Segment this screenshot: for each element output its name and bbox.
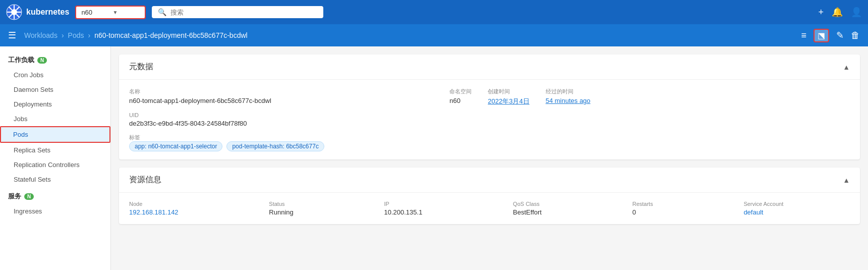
meta-elapsed-value[interactable]: 54 minutes ago	[546, 97, 850, 104]
resource-node: Node 192.168.181.142	[129, 201, 245, 216]
breadcrumb-current: n60-tomcat-app1-deployment-6bc58c677c-bc…	[94, 31, 248, 39]
logo-area: kubernetes	[6, 4, 69, 20]
meta-elapsed: 经过的时间 54 minutes ago	[546, 88, 850, 104]
chevron-down-icon: ▼	[112, 10, 140, 15]
sidebar-item-pods[interactable]: Pods	[0, 126, 110, 143]
meta-uid-value: de2b3f3c-e9bd-4f35-8043-24584bf78f80	[129, 120, 247, 127]
resource-qos: QoS Class BestEffort	[513, 201, 608, 216]
sidebar-section-workloads: 工作负载 N	[0, 50, 110, 68]
resource-ip-value: 10.200.135.1	[384, 208, 489, 216]
resource-status: Status Running	[269, 201, 360, 216]
meta-namespace: 命名空间 n60	[449, 88, 472, 104]
user-icon[interactable]: 👤	[851, 7, 862, 18]
meta-created-value[interactable]: 2022年3月4日	[488, 97, 529, 106]
workloads-badge: N	[37, 57, 47, 64]
resource-restarts-label: Restarts	[632, 201, 720, 207]
breadcrumb-sep-2: ›	[88, 31, 90, 39]
resource-service-account: Service Account default	[743, 201, 850, 216]
resource-service-account-value[interactable]: default	[743, 208, 850, 216]
metadata-collapse-icon[interactable]: ▲	[843, 63, 850, 71]
metadata-grid: 名称 n60-tomcat-app1-deployment-6bc58c677c…	[129, 88, 850, 106]
breadcrumb-workloads[interactable]: Workloads	[24, 31, 57, 39]
sidebar-item-stateful-sets[interactable]: Stateful Sets	[0, 172, 110, 187]
resource-grid: Node 192.168.181.142 Status Running IP 1…	[129, 201, 850, 216]
top-navbar: kubernetes n60 ▼ 🔍 + 🔔 👤	[0, 0, 868, 24]
label-chip-0: app: n60-tomcat-app1-selector	[129, 141, 222, 151]
meta-name-label: 名称	[129, 88, 433, 95]
meta-created-label: 创建时间	[488, 88, 529, 95]
resource-card-title: 资源信息	[129, 175, 161, 185]
metadata-card-header: 元数据 ▲	[119, 55, 860, 80]
metadata-card-title: 元数据	[129, 62, 153, 72]
sidebar-item-daemon-sets[interactable]: Daemon Sets	[0, 82, 110, 97]
svg-point-1	[11, 9, 17, 15]
namespace-value: n60	[81, 9, 108, 16]
namespace-selector[interactable]: n60 ▼	[75, 6, 146, 19]
sidebar: 工作负载 N Cron Jobs Daemon Sets Deployments…	[0, 46, 111, 270]
logo-text: kubernetes	[26, 8, 69, 17]
navbar-actions: + 🔔 👤	[818, 7, 862, 18]
meta-uid-label: UID	[129, 112, 247, 118]
meta-uid: UID de2b3f3c-e9bd-4f35-8043-24584bf78f80	[129, 112, 247, 127]
kubernetes-logo	[6, 4, 22, 20]
meta-name-value: n60-tomcat-app1-deployment-6bc58c677c-bc…	[129, 97, 433, 104]
export-icon[interactable]: ⬔	[814, 29, 829, 42]
label-chip-1: pod-template-hash: 6bc58c677c	[226, 141, 324, 151]
menu-icon[interactable]: ☰	[8, 30, 16, 41]
resource-card: 资源信息 ▲ Node 192.168.181.142 Status Runni…	[119, 168, 860, 224]
label-chips: app: n60-tomcat-app1-selector pod-templa…	[129, 141, 850, 151]
meta-name: 名称 n60-tomcat-app1-deployment-6bc58c677c…	[129, 88, 433, 104]
sidebar-item-ingresses[interactable]: Ingresses	[0, 204, 110, 219]
meta-created: 创建时间 2022年3月4日	[488, 88, 529, 106]
content-area: 元数据 ▲ 名称 n60-tomcat-app1-deployment-6bc5…	[111, 46, 868, 270]
meta-namespace-label: 命名空间	[449, 88, 472, 95]
resource-service-account-label: Service Account	[743, 201, 850, 207]
list-view-icon[interactable]: ≡	[801, 30, 806, 41]
breadcrumb-sep-1: ›	[62, 31, 64, 39]
delete-icon[interactable]: 🗑	[851, 30, 860, 41]
sidebar-item-replication-controllers[interactable]: Replication Controllers	[0, 157, 110, 172]
breadcrumb-bar: ☰ Workloads › Pods › n60-tomcat-app1-dep…	[0, 24, 868, 46]
sidebar-item-deployments[interactable]: Deployments	[0, 97, 110, 112]
resource-card-header: 资源信息 ▲	[119, 168, 860, 193]
resource-node-value[interactable]: 192.168.181.142	[129, 208, 245, 216]
resource-restarts: Restarts 0	[632, 201, 720, 216]
resource-ip: IP 10.200.135.1	[384, 201, 489, 216]
meta-namespace-value: n60	[449, 97, 472, 104]
notifications-icon[interactable]: 🔔	[832, 7, 843, 18]
resource-node-label: Node	[129, 201, 245, 207]
breadcrumb-actions: ≡ ⬔ ✎ 🗑	[801, 29, 860, 42]
services-label: 服务	[8, 192, 21, 201]
search-input[interactable]	[170, 9, 317, 16]
edit-icon[interactable]: ✎	[836, 30, 844, 41]
add-button[interactable]: +	[818, 7, 824, 18]
metadata-card-body: 名称 n60-tomcat-app1-deployment-6bc58c677c…	[119, 80, 860, 159]
sidebar-item-replica-sets[interactable]: Replica Sets	[0, 143, 110, 157]
labels-row: 标签 app: n60-tomcat-app1-selector pod-tem…	[129, 133, 850, 151]
meta-elapsed-label: 经过的时间	[546, 88, 850, 95]
metadata-card: 元数据 ▲ 名称 n60-tomcat-app1-deployment-6bc5…	[119, 55, 860, 159]
sidebar-item-cron-jobs[interactable]: Cron Jobs	[0, 68, 110, 82]
resource-status-value: Running	[269, 208, 360, 216]
sidebar-item-jobs[interactable]: Jobs	[0, 112, 110, 126]
resource-status-label: Status	[269, 201, 360, 207]
search-icon: 🔍	[158, 8, 166, 16]
resource-qos-label: QoS Class	[513, 201, 608, 207]
resource-collapse-icon[interactable]: ▲	[843, 176, 850, 184]
services-badge: N	[24, 193, 34, 200]
resource-restarts-value: 0	[632, 208, 720, 216]
search-bar: 🔍	[152, 6, 323, 18]
breadcrumb-pods[interactable]: Pods	[68, 31, 84, 39]
resource-qos-value: BestEffort	[513, 208, 608, 216]
main-layout: 工作负载 N Cron Jobs Daemon Sets Deployments…	[0, 46, 868, 270]
uid-row: UID de2b3f3c-e9bd-4f35-8043-24584bf78f80	[129, 112, 850, 127]
workloads-label: 工作负载	[8, 56, 34, 65]
sidebar-section-services: 服务 N	[0, 187, 110, 204]
labels-label: 标签	[129, 134, 140, 140]
resource-card-body: Node 192.168.181.142 Status Running IP 1…	[119, 193, 860, 224]
resource-ip-label: IP	[384, 201, 489, 207]
